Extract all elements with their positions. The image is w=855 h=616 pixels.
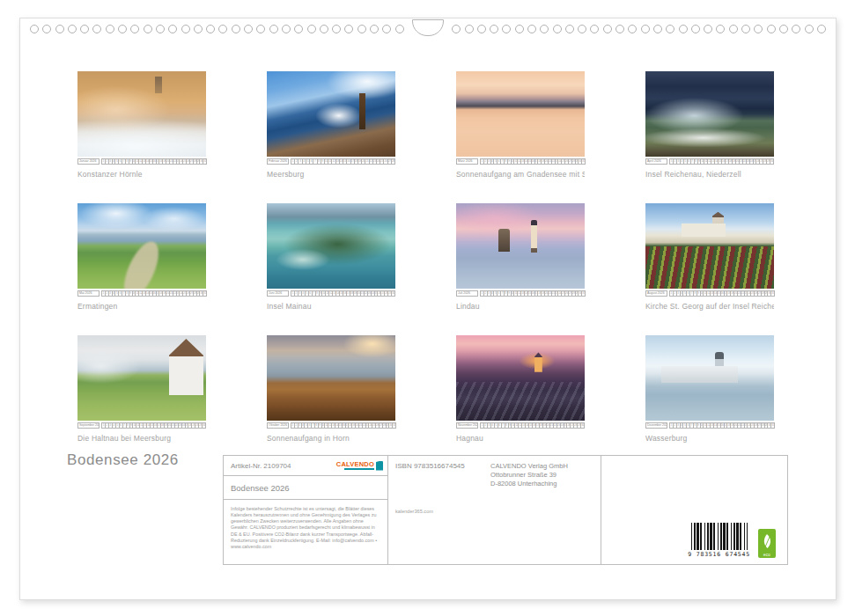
binding-hole	[395, 25, 404, 33]
binding-hole	[691, 25, 700, 33]
ean-barcode: 9 783516 674545	[688, 523, 750, 558]
binding-hole	[679, 25, 688, 33]
barcode-number: 9 783516 674545	[688, 551, 750, 558]
mini-day-cells: 1234567891011121314151617181920212223242…	[291, 290, 395, 297]
calendar-tile: Juni 2026 123456789101112131415161718192…	[267, 203, 395, 317]
binding-hole	[30, 25, 39, 33]
calendar-back-sheet: Januar 2026 1234567891011121314151617181…	[19, 18, 837, 600]
binding-hole	[578, 25, 586, 33]
mini-day-cells: 1234567891011121314151617181920212223242…	[102, 158, 207, 165]
article-number-row: Artikel-Nr. 2109704 CALVENDO	[224, 456, 387, 476]
mini-month-label: Juli 2026	[456, 290, 478, 297]
mini-day-cells: 1234567891011121314151617181920212223242…	[481, 158, 586, 165]
mini-calendar-strip: April 2026 12345678910111213141516171819…	[645, 158, 774, 165]
mini-day-cells: 1234567891011121314151617181920212223242…	[670, 422, 775, 429]
legal-text: Infolge bestehender Schutzrechte ist es …	[224, 500, 387, 564]
mini-calendar-strip: September 2026 1234567891011121314151617…	[77, 422, 206, 429]
binding-hole	[805, 25, 814, 33]
binding-hole	[106, 25, 114, 33]
calendar-tile: November 2026 12345678910111213141516171…	[456, 335, 585, 449]
mini-day-cells: 1234567891011121314151617181920212223242…	[670, 158, 774, 165]
calendar-tile: März 2026 123456789101112131415161718192…	[456, 71, 585, 185]
binding-hole	[477, 25, 486, 33]
binding-hole	[666, 25, 674, 33]
binding-hole	[792, 25, 800, 33]
photo-caption: Meersburg	[267, 170, 395, 179]
mini-day-cells: 1234567891011121314151617181920212223242…	[102, 422, 206, 429]
binding-hole	[320, 25, 328, 33]
photo-caption: Sonnenaufgang am Gnadensee mit Säntisgip…	[456, 170, 585, 179]
calendar-tile: April 2026 12345678910111213141516171819…	[645, 71, 774, 185]
info-left-column: Artikel-Nr. 2109704 CALVENDO Bodensee 20…	[223, 455, 388, 565]
binding-hole	[729, 25, 738, 33]
mini-month-label: März 2026	[456, 158, 478, 165]
mini-month-label: Dezember 2026	[645, 422, 667, 429]
calvendo-book-icon	[376, 461, 383, 471]
binding-hole	[68, 25, 77, 33]
photo-caption: Hagnau	[456, 434, 585, 443]
binding-hole	[767, 25, 776, 33]
binding-hole	[344, 25, 353, 33]
binding-hole	[144, 25, 152, 33]
binding-hole	[490, 25, 498, 33]
month-photo	[267, 71, 395, 157]
product-title: Bodensee 2026	[224, 476, 387, 500]
binding-hole	[256, 25, 265, 33]
binding-hole	[465, 25, 474, 33]
mini-day-cells: 1234567891011121314151617181920212223242…	[481, 290, 586, 297]
info-middle-column: ISBN 9783516674545 CALVENDO Verlag GmbH …	[388, 455, 601, 565]
photo-caption: Ermatingen	[77, 302, 206, 311]
month-thumbnail-grid: Januar 2026 1234567891011121314151617181…	[77, 71, 774, 449]
calendar-tile: August 2026 1234567891011121314151617181…	[645, 203, 774, 317]
photo-caption: Sonnenaufgang in Horn	[267, 434, 395, 443]
eco-label: eco	[763, 553, 770, 558]
calendar-tile: Januar 2026 1234567891011121314151617181…	[77, 71, 206, 185]
binding-hole	[370, 25, 379, 33]
mini-day-cells: 1234567891011121314151617181920212223242…	[102, 290, 207, 297]
photo-caption: Wasserburg	[645, 434, 774, 443]
binding-hole	[294, 25, 303, 33]
binding-hole	[590, 25, 599, 33]
binding-hole	[244, 25, 253, 33]
binding-hole	[565, 25, 574, 33]
month-photo	[267, 335, 395, 421]
mini-month-label: Oktober 2026	[267, 422, 289, 429]
binding-hole	[615, 25, 624, 33]
mini-month-label: Januar 2026	[77, 158, 100, 165]
binding-hole	[156, 25, 165, 33]
binding-hole	[218, 25, 227, 33]
binding-hole	[194, 25, 203, 33]
binding-hole	[232, 25, 240, 33]
binding-hole	[206, 25, 215, 33]
month-photo	[456, 203, 585, 289]
binding-hole	[502, 25, 511, 33]
binding-hole	[92, 25, 101, 33]
publisher-address: CALVENDO Verlag GmbH Ottobrunner Straße …	[490, 462, 568, 488]
binding-hole	[515, 25, 524, 33]
eco-leaf-badge: eco	[758, 529, 776, 558]
mini-month-label: August 2026	[645, 290, 667, 297]
binding-hole	[628, 25, 637, 33]
mini-day-cells: 1234567891011121314151617181920212223242…	[291, 422, 396, 429]
binding-hole	[168, 25, 177, 33]
month-photo	[645, 71, 774, 157]
info-right-column: 9 783516 674545 eco	[601, 455, 788, 565]
binding-hole	[55, 25, 64, 33]
calendar-tile: Mai 2026 1234567891011121314151617181920…	[77, 203, 206, 317]
binding-hole	[741, 25, 750, 33]
binding-hole	[603, 25, 612, 33]
mini-month-label: Juni 2026	[267, 290, 289, 297]
binding-hole	[527, 25, 536, 33]
binding-hole	[716, 25, 725, 33]
article-number: Artikel-Nr. 2109704	[231, 462, 291, 470]
binding-hole	[307, 25, 316, 33]
mini-calendar-strip: November 2026 12345678910111213141516171…	[456, 422, 585, 429]
binding-hole	[357, 25, 366, 33]
leaf-icon	[761, 532, 773, 552]
binding-hole	[382, 25, 391, 33]
mini-calendar-strip: Juli 2026 123456789101112131415161718192…	[456, 290, 585, 297]
mini-calendar-strip: August 2026 1234567891011121314151617181…	[645, 290, 774, 297]
binding-hole	[181, 25, 190, 33]
month-photo	[77, 71, 206, 157]
photo-caption: Lindau	[456, 302, 585, 311]
